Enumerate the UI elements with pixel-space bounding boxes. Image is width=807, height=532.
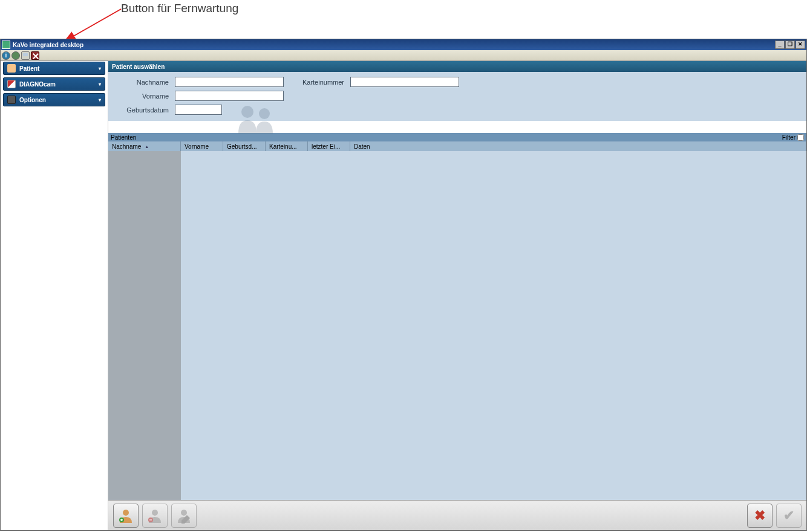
sidebar-item-label: Patient [19,65,39,72]
sidebar-item-optionen[interactable]: Optionen ▾ [3,93,105,106]
person-icon [7,64,16,73]
window-title: KaVo integrated desktop [13,42,83,48]
col-vorname[interactable]: Vorname [181,141,223,151]
grid-body [108,151,806,500]
close-button[interactable]: ✕ [796,41,805,49]
main-panel: Patient auswählen Nachname Karteinummer … [108,61,806,530]
title-bar: KaVo integrated desktop _ ❐ ✕ [1,39,806,50]
diagnocam-icon [7,80,16,88]
col-nachname[interactable]: Nachname [108,141,181,151]
globe-icon[interactable] [11,51,20,60]
minimize-button[interactable]: _ [775,41,785,49]
geburtsdatum-input[interactable] [175,105,222,115]
annotation-text: Button für Fernwartung [121,2,238,15]
grid-gutter [108,151,181,500]
stop-icon[interactable] [31,51,39,60]
chevron-down-icon: ▾ [99,82,101,87]
maximize-button[interactable]: ❐ [785,41,795,49]
sidebar-item-label: DIAGNOcam [19,81,56,88]
karteinummer-label: Karteinummer [290,79,344,86]
svg-point-3 [259,108,270,119]
col-geburtsdatum[interactable]: Geburtsd... [223,141,266,151]
karteinummer-input[interactable] [350,77,459,87]
bottom-bar: ✖ ✔ [108,500,806,530]
sidebar-item-patient[interactable]: Patient ▾ [3,62,105,75]
silhouette-icon [235,103,278,134]
cancel-button[interactable]: ✖ [747,504,773,528]
grid-header: Nachname Vorname Geburtsd... Karteinu...… [108,141,806,151]
add-patient-button[interactable] [113,504,139,528]
app-window: KaVo integrated desktop _ ❐ ✕ i Patient … [0,39,807,531]
sidebar-item-diagnocam[interactable]: DIAGNOcam ▾ [3,77,105,91]
geburtsdatum-label: Geburtsdatum [114,106,169,114]
edit-patient-button[interactable] [171,504,197,528]
toolbar: i [1,50,806,61]
person-remove-icon [147,508,163,524]
search-form: Nachname Karteinummer Vorname Geburtsdat… [108,72,806,121]
col-letzter-eintrag[interactable]: letzter Ei... [308,141,350,151]
svg-line-1 [65,9,121,41]
separator [108,121,806,133]
grid-rows[interactable] [181,151,806,500]
ok-button[interactable]: ✔ [776,504,802,528]
filter-label: Filter [782,134,796,141]
nachname-label: Nachname [114,79,169,86]
list-title-bar: Patienten Filter [108,133,806,141]
filter-checkbox[interactable] [797,134,804,141]
sidebar: Patient ▾ DIAGNOcam ▾ Optionen ▾ [1,61,108,530]
app-icon [2,41,10,49]
check-icon: ✔ [783,508,794,524]
list-title: Patienten [111,134,136,141]
sidebar-item-label: Optionen [19,97,46,103]
nachname-input[interactable] [175,77,284,87]
remove-patient-button[interactable] [142,504,168,528]
vorname-input[interactable] [175,91,284,101]
info-icon[interactable]: i [2,51,10,60]
options-icon [7,96,16,104]
chevron-down-icon: ▾ [99,97,101,103]
svg-point-6 [152,510,158,516]
svg-point-8 [181,510,187,516]
svg-point-4 [123,510,129,516]
remote-support-button[interactable] [21,51,30,60]
x-icon: ✖ [754,508,765,524]
col-daten[interactable]: Daten [350,141,806,151]
vorname-label: Vorname [114,92,169,100]
chevron-down-icon: ▾ [99,66,101,71]
col-karteinummer[interactable]: Karteinu... [266,141,308,151]
panel-title: Patient auswählen [108,61,806,72]
svg-point-2 [241,106,253,118]
person-edit-icon [176,508,192,524]
person-add-icon [118,508,134,524]
